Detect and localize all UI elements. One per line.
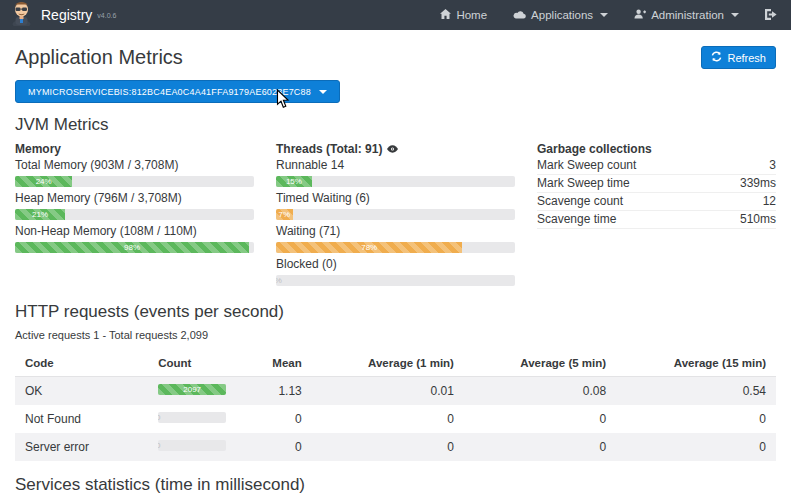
sign-out-icon: [765, 9, 777, 22]
gc-metric-name: Scavenge time: [537, 212, 616, 226]
gc-row: Scavenge count 12: [537, 193, 776, 211]
table-header-row: Code Count Mean Average (1 min) Average …: [15, 351, 776, 377]
progress-value: 78%: [361, 243, 377, 252]
instance-selector-label: MYMICROSERVICEBIS:812BC4EA0C4A41FFA9179A…: [28, 87, 311, 97]
table-row: Server error 0 0 0 0 0: [15, 433, 776, 461]
runnable-progressbar: 15%: [276, 176, 515, 187]
progress-value: 0: [158, 441, 160, 450]
column-header: Code: [15, 351, 148, 377]
http-requests-heading: HTTP requests (events per second): [15, 302, 776, 322]
home-icon: [440, 9, 451, 21]
user-plus-icon: [634, 9, 646, 21]
metric-label: Heap Memory (796M / 3,708M): [15, 191, 254, 205]
progress-value: 7%: [279, 210, 291, 219]
services-statistics-heading: Services statistics (time in millisecond…: [15, 475, 776, 495]
nav-item-label: Applications: [531, 9, 593, 21]
column-header: Average (15 min): [616, 351, 776, 377]
progress-value: 15%: [286, 177, 302, 186]
gc-column: Garbage collections Mark Sweep count 3 M…: [537, 142, 776, 290]
http-mean: 1.13: [247, 377, 312, 406]
timed-waiting-progressbar: 7%: [276, 209, 515, 220]
navbar: Registry v4.0.6 Home Applications: [0, 0, 791, 30]
http-code: Server error: [15, 433, 148, 461]
gc-row: Mark Sweep time 339ms: [537, 175, 776, 193]
gc-metric-value: 510ms: [740, 212, 776, 226]
brand-version: v4.0.6: [97, 12, 116, 19]
http-requests-table: Code Count Mean Average (1 min) Average …: [15, 351, 776, 461]
column-header: Count: [148, 351, 247, 377]
refresh-button[interactable]: Refresh: [701, 46, 776, 69]
http-avg5: 0: [464, 433, 616, 461]
nav-item-applications[interactable]: Applications: [513, 9, 608, 21]
metric-label: Timed Waiting (6): [276, 191, 515, 205]
progress-value: 24%: [36, 177, 52, 186]
metric-label: Runnable 14: [276, 158, 515, 172]
nav-item-home[interactable]: Home: [440, 9, 487, 21]
nav-item-label: Administration: [651, 9, 724, 21]
gc-row: Mark Sweep count 3: [537, 157, 776, 175]
http-avg1: 0: [312, 433, 464, 461]
progress-value: 98%: [124, 243, 140, 252]
chevron-down-icon: [600, 13, 608, 17]
progress-value: 0%: [276, 276, 282, 285]
waiting-progressbar: 78%: [276, 242, 515, 253]
metric-label: Waiting (71): [276, 224, 515, 238]
gc-metric-value: 339ms: [740, 176, 776, 190]
http-mean: 0: [247, 433, 312, 461]
threads-label: Threads (Total: 91): [276, 142, 382, 156]
progress-value: 21%: [32, 210, 48, 219]
http-avg15: 0: [616, 433, 776, 461]
count-progressbar: 2097: [158, 384, 226, 395]
nav-item-label: Home: [456, 9, 487, 21]
heap-memory-progressbar: 21%: [15, 209, 254, 220]
nav-menu: Home Applications Administration: [440, 9, 777, 22]
metric-label: Non-Heap Memory (108M / 110M): [15, 224, 254, 238]
http-mean: 0: [247, 405, 312, 433]
chevron-down-icon: [731, 13, 739, 17]
jhipster-avatar-icon: [10, 0, 33, 30]
brand-name: Registry: [41, 7, 92, 23]
threads-column: Threads (Total: 91) Runnable 14 15% Time…: [276, 142, 515, 290]
jvm-metrics-grid: Memory Total Memory (903M / 3,708M) 24% …: [15, 142, 776, 290]
http-avg15: 0: [616, 405, 776, 433]
blocked-progressbar: 0%: [276, 275, 515, 286]
column-header: Average (5 min): [464, 351, 616, 377]
refresh-icon: [711, 51, 722, 64]
memory-label: Memory: [15, 142, 254, 156]
nonheap-memory-progressbar: 98%: [15, 242, 254, 253]
chevron-down-icon: [319, 90, 327, 94]
table-row: Not Found 0 0 0 0 0: [15, 405, 776, 433]
jvm-metrics-heading: JVM Metrics: [15, 115, 776, 135]
count-progressbar: 0: [158, 440, 226, 451]
column-header: Average (1 min): [312, 351, 464, 377]
brand[interactable]: Registry v4.0.6: [10, 0, 116, 30]
gc-row: Scavenge time 510ms: [537, 211, 776, 229]
http-avg15: 0.54: [616, 377, 776, 406]
total-memory-progressbar: 24%: [15, 176, 254, 187]
memory-column: Memory Total Memory (903M / 3,708M) 24% …: [15, 142, 254, 290]
progress-value: 0: [158, 413, 160, 422]
http-code: Not Found: [15, 405, 148, 433]
gc-metric-name: Mark Sweep time: [537, 176, 630, 190]
gc-metric-value: 12: [763, 194, 776, 208]
refresh-label: Refresh: [727, 52, 766, 64]
column-header: Mean: [247, 351, 312, 377]
metric-label: Total Memory (903M / 3,708M): [15, 158, 254, 172]
logout-button[interactable]: [765, 9, 777, 22]
table-row: OK 2097 1.13 0.01 0.08 0.54: [15, 377, 776, 406]
instance-selector-dropdown[interactable]: MYMICROSERVICEBIS:812BC4EA0C4A41FFA9179A…: [15, 80, 340, 103]
http-code: OK: [15, 377, 148, 406]
eye-icon[interactable]: [387, 142, 398, 156]
nav-item-administration[interactable]: Administration: [634, 9, 739, 21]
http-avg1: 0: [312, 405, 464, 433]
http-avg5: 0: [464, 405, 616, 433]
gc-label: Garbage collections: [537, 142, 776, 156]
gc-metric-value: 3: [769, 158, 776, 172]
progress-value: 2097: [183, 385, 201, 394]
count-progressbar: 0: [158, 412, 226, 423]
http-avg5: 0.08: [464, 377, 616, 406]
gc-metric-name: Scavenge count: [537, 194, 623, 208]
page-title: Application Metrics: [15, 46, 183, 69]
gc-metric-name: Mark Sweep count: [537, 158, 636, 172]
cloud-icon: [513, 9, 526, 21]
